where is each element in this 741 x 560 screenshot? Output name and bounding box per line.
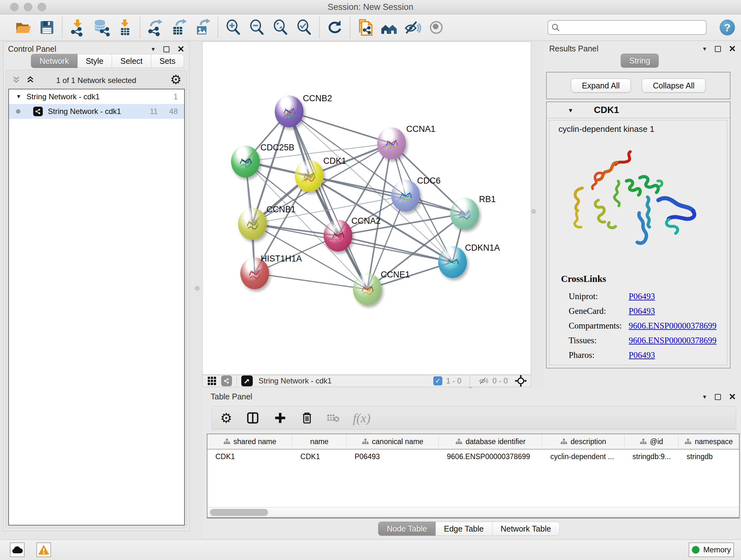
network-node-ccnb1[interactable] [238,208,267,240]
gene-collapse-arrow-icon[interactable]: ▼ [568,107,574,114]
column-header-@id[interactable]: @id [624,434,679,449]
table-header-row: shared namenamecanonical namedatabase id… [207,434,739,449]
zoom-out-button[interactable] [245,16,269,39]
import-network-from-database-button[interactable] [89,16,113,39]
table-cell[interactable]: CDK1 [207,449,292,463]
crosslink-link[interactable]: 9606.ENSP00000378699 [629,335,717,346]
panel-close-icon[interactable]: ✕ [729,45,736,53]
add-column-icon[interactable] [273,411,287,425]
tab-node-table[interactable]: Node Table [378,522,435,536]
protein-ribbon-icon [330,227,346,245]
function-builder-button[interactable]: f(x) [353,411,371,426]
network-node-ccna1[interactable] [377,127,406,159]
export-image-button[interactable] [191,16,214,39]
fit-content-crosshair-icon[interactable] [515,375,527,387]
save-session-button[interactable] [35,16,59,39]
table-cell[interactable]: cyclin-dependent ... [542,449,624,463]
network-edge[interactable] [338,236,453,262]
selected-nodes-checkbox[interactable]: ✓ [433,376,442,385]
export-table-button[interactable] [167,16,191,39]
table-cell[interactable]: 9606.ENSP00000378699 [439,449,542,463]
warnings-button[interactable] [37,543,51,557]
panel-float-icon[interactable] [715,394,721,400]
node-table: shared namenamecanonical namedatabase id… [207,434,740,518]
network-row[interactable]: String Network - cdk1 11 48 [9,104,184,119]
cloud-status-button[interactable] [10,543,24,557]
collection-count: 1 [174,92,178,101]
network-node-ccna2[interactable] [324,220,352,252]
column-header-database-identifier[interactable]: database identifier [439,434,542,449]
panel-float-icon[interactable] [163,46,170,52]
import-network-button[interactable] [66,16,89,39]
memory-button[interactable]: Memory [689,543,734,557]
search-field[interactable] [548,20,706,35]
table-options-gear-icon[interactable]: ⚙ [220,410,232,426]
crosslink-link[interactable]: P06493 [629,292,655,301]
panel-menu-icon[interactable]: ▼ [702,394,708,400]
home-button[interactable] [377,16,401,39]
refresh-button[interactable] [323,16,347,39]
panel-close-icon[interactable]: ✕ [729,393,736,401]
network-canvas[interactable]: CCNB2CCNA1CDC25BCDK1CDC6RB1CCNB1CCNA2CDK… [202,42,531,375]
network-node-rb1[interactable] [450,198,479,230]
tab-edge-table[interactable]: Edge Table [435,522,492,536]
network-collection-row[interactable]: ▼ String Network - cdk1 1 [9,89,184,104]
network-node-cdk1[interactable] [295,160,324,192]
crosslink-link[interactable]: P06493 [629,350,655,360]
network-node-ccne1[interactable] [353,273,382,305]
column-header-name[interactable]: name [292,434,347,449]
tab-select[interactable]: Select [112,54,151,68]
table-cell[interactable]: CDK1 [292,449,347,463]
string-import-button[interactable] [354,16,377,39]
network-options-gear-icon[interactable]: ⚙ [170,72,182,87]
gene-header-row[interactable]: ▼ CDK1 [547,102,730,118]
open-session-button[interactable] [11,16,35,39]
panel-menu-icon[interactable]: ▼ [702,46,708,52]
search-input[interactable] [562,23,706,32]
table-cell[interactable]: P06493 [347,449,439,463]
network-edge[interactable] [289,111,392,143]
table-cell[interactable]: stringdb:9... [624,449,679,463]
zoom-fit-button[interactable] [269,16,292,39]
show-columns-icon[interactable] [245,410,260,426]
network-node-cdkn1a[interactable] [438,246,467,278]
crosslink-link[interactable]: 9606.ENSP00000378699 [629,321,717,331]
collapse-all-button[interactable]: Collapse All [642,78,706,92]
column-header-description[interactable]: description [542,434,624,449]
network-node-ccnb2[interactable] [275,96,304,127]
tab-style[interactable]: Style [77,54,112,68]
expand-all-button[interactable]: Expand All [571,78,631,92]
eye-button[interactable] [424,16,448,39]
hide-labels-button[interactable] [401,16,424,39]
network-edge[interactable] [255,273,367,289]
scrollbar-thumb[interactable] [210,509,268,516]
zoom-in-button[interactable] [221,16,245,39]
network-node-cdc6[interactable] [391,180,420,212]
import-table-button[interactable] [113,16,137,39]
delete-column-icon[interactable] [300,411,314,425]
crosslink-link[interactable]: P06493 [629,306,655,316]
tab-network[interactable]: Network [31,54,77,68]
table-row[interactable]: CDK1CDK1P064939606.ENSP00000378699cyclin… [207,449,739,463]
table-cell[interactable]: stringdb [678,449,739,463]
column-header-shared-name[interactable]: shared name [207,434,292,449]
tab-network-table[interactable]: Network Table [492,522,560,536]
panel-float-icon[interactable] [715,46,721,52]
tab-sets[interactable]: Sets [151,54,184,68]
help-button[interactable]: ? [720,19,735,36]
tab-string[interactable]: String [621,54,659,68]
table-horizontal-scrollbar[interactable] [207,507,740,518]
network-share-view-icon[interactable] [221,375,232,386]
right-splitter-handle[interactable] [531,209,536,213]
panel-close-icon[interactable]: ✕ [177,45,185,54]
column-header-namespace[interactable]: namespace [678,434,739,449]
birdseye-view-icon[interactable] [241,375,253,386]
grid-view-icon[interactable] [207,376,217,386]
zoom-selected-button[interactable] [292,16,316,39]
column-header-canonical-name[interactable]: canonical name [347,434,439,449]
panel-menu-icon[interactable]: ▼ [151,46,156,53]
export-network-button[interactable] [144,16,167,39]
tree-expand-arrow-icon[interactable]: ▼ [16,94,21,100]
network-node-cdc25b[interactable] [231,145,260,178]
left-splitter-handle[interactable] [195,286,199,291]
